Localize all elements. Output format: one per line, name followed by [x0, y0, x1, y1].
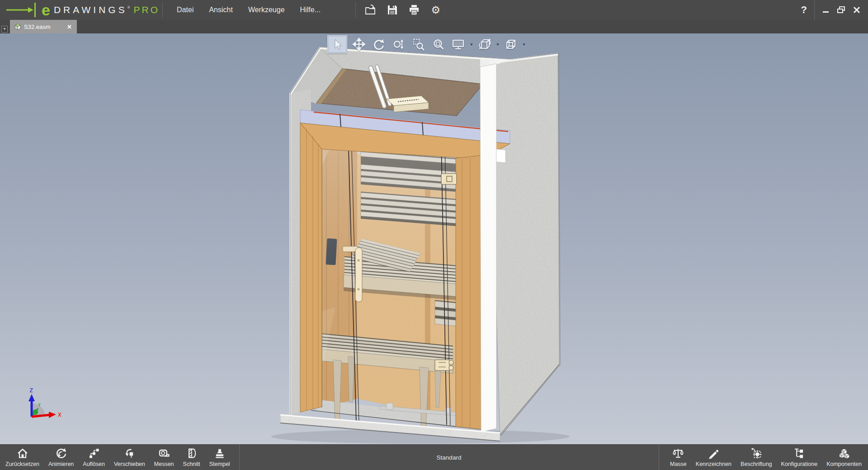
monitor-icon — [451, 38, 466, 51]
menu-werkzeuge[interactable]: Werkzeuge — [243, 2, 290, 18]
menubar: Datei Ansicht Werkzeuge Hilfe... — [169, 2, 328, 18]
components-button[interactable]: Komponenten — [822, 445, 866, 470]
model-viewport-canvas[interactable] — [0, 33, 868, 444]
animate-label: Animieren — [48, 461, 74, 467]
magnifier-fit-icon — [432, 38, 445, 51]
close-button[interactable] — [850, 3, 863, 17]
annotation-button[interactable]: Beschriftung — [736, 445, 776, 470]
components-bricks-icon — [838, 447, 850, 460]
explode-button[interactable]: Auflösen — [78, 445, 109, 470]
explode-steps-icon — [88, 447, 100, 460]
mass-label: Masse — [670, 461, 687, 467]
markup-button[interactable]: Kennzeichnen — [691, 445, 736, 470]
display-style-button[interactable] — [448, 35, 468, 53]
mass-button[interactable]: Masse — [665, 445, 691, 470]
x-axis-label: X — [58, 411, 61, 418]
menu-ansicht[interactable]: Ansicht — [203, 2, 238, 18]
orientation-button[interactable] — [501, 35, 521, 53]
save-button[interactable] — [387, 4, 398, 16]
minimize-icon — [822, 6, 830, 14]
zoom-tool-button[interactable] — [389, 35, 409, 53]
view-animation-menu-caret[interactable]: ▾ — [495, 42, 501, 47]
components-label: Komponenten — [826, 461, 862, 467]
move-component-icon — [123, 447, 136, 460]
rotate-arrow-icon — [372, 38, 386, 51]
cube-arrows-icon — [477, 38, 492, 51]
x-axis-head — [49, 412, 56, 418]
gear-icon: ⚙ — [431, 5, 441, 15]
tabstrip: + S32.easm ✕ — [0, 20, 868, 33]
explode-label: Auflösen — [83, 461, 105, 467]
cube-outline-icon — [504, 38, 518, 51]
pan-arrows-icon — [352, 38, 366, 51]
home-icon — [16, 447, 29, 460]
model-viewport: ▾ ▾ ▾ — [0, 33, 868, 444]
edrawings-arrow-icon — [5, 0, 41, 20]
move-label: Verschieben — [114, 461, 145, 467]
pencil-icon — [707, 447, 720, 460]
balance-scale-icon — [672, 447, 684, 460]
window-controls — [814, 0, 868, 20]
close-icon — [853, 6, 860, 14]
stamp-label: Stempel — [209, 461, 230, 467]
open-file-button[interactable] — [365, 4, 377, 16]
section-label: Schnitt — [183, 461, 200, 467]
move-button[interactable]: Verschieben — [109, 445, 150, 470]
logo-name: DRAWINGS® — [54, 5, 130, 15]
annotation-target-icon — [750, 447, 763, 460]
animate-button[interactable]: Animieren — [44, 445, 78, 470]
app-logo: e DRAWINGS® PRO — [0, 0, 160, 20]
section-cut-icon — [185, 447, 198, 460]
options-button[interactable]: ⚙ — [430, 4, 442, 16]
y-axis-head — [33, 409, 38, 415]
right-wall-front-cut — [480, 64, 496, 432]
bottom-toolbar-left: Zurücksetzen Animieren Auflösen — [1, 445, 240, 470]
titlebar-separator — [162, 2, 163, 18]
section-button[interactable]: Schnitt — [179, 445, 205, 470]
coordinate-triad: Y Z X — [17, 387, 67, 432]
annotation-label: Beschriftung — [741, 461, 772, 467]
rotate-tool-button[interactable] — [369, 35, 389, 53]
configuration-label: Konfiguratione — [781, 461, 818, 467]
stamp-button[interactable]: Stempel — [205, 445, 235, 470]
bottom-toolbar: Zurücksetzen Animieren Auflösen — [0, 444, 868, 470]
logo-edition: PRO — [134, 5, 160, 15]
titlebar-separator — [355, 2, 356, 18]
view-name-label: Standard — [437, 454, 462, 461]
help-button[interactable]: ? — [794, 4, 814, 16]
animate-loop-icon — [55, 447, 67, 460]
door-hinge-upper — [441, 174, 457, 184]
tab-label: S32.easm — [24, 24, 66, 30]
titlebar: e DRAWINGS® PRO Datei Ansicht Werkzeuge … — [0, 0, 868, 20]
menu-hilfe[interactable]: Hilfe... — [295, 2, 326, 18]
tab-s32-easm[interactable]: S32.easm ✕ — [10, 20, 77, 33]
menu-datei[interactable]: Datei — [171, 2, 199, 18]
restore-button[interactable] — [835, 3, 848, 17]
view-animation-button[interactable] — [475, 35, 495, 53]
measure-button[interactable]: Messen — [150, 445, 179, 470]
printer-icon — [408, 4, 420, 16]
pan-tool-button[interactable] — [349, 35, 369, 53]
reset-button[interactable]: Zurücksetzen — [1, 445, 44, 470]
folder-open-icon — [365, 4, 377, 16]
y-axis-label: Y — [38, 403, 41, 408]
floppy-disk-icon — [387, 4, 398, 16]
print-button[interactable] — [408, 4, 420, 16]
new-tab-button[interactable]: + — [1, 26, 8, 33]
minimize-button[interactable] — [819, 3, 833, 17]
zoom-area-tool-button[interactable] — [409, 35, 429, 53]
configuration-tree-icon — [793, 447, 806, 460]
restore-icon — [837, 6, 845, 14]
z-axis-label: Z — [29, 387, 33, 394]
zoom-fit-tool-button[interactable] — [429, 35, 448, 53]
select-tool-button[interactable] — [327, 35, 347, 53]
active-view-name: Standard — [437, 445, 462, 470]
view-toolbar: ▾ ▾ ▾ — [327, 35, 527, 54]
orientation-menu-caret[interactable]: ▾ — [521, 42, 527, 47]
display-style-menu-caret[interactable]: ▾ — [468, 42, 475, 47]
tab-close-icon[interactable]: ✕ — [66, 24, 73, 30]
titlebar-tools: ⚙ — [365, 4, 442, 16]
markup-label: Kennzeichnen — [696, 461, 731, 467]
configuration-button[interactable]: Konfiguratione — [777, 445, 822, 470]
tape-measure-icon — [158, 447, 170, 460]
